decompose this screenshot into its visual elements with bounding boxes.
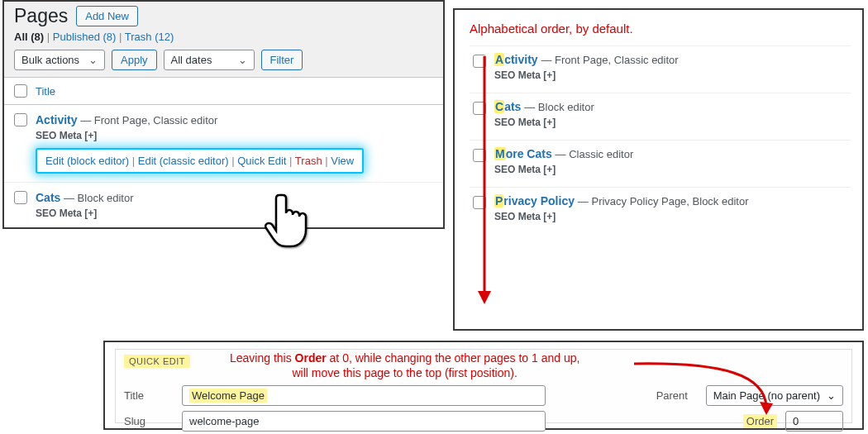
list-item: Privacy Policy — Privacy Policy Page, Bl… xyxy=(470,187,851,234)
pages-list-panel: Pages Add New All (8) | Published (8) | … xyxy=(2,0,445,229)
edit-block-link[interactable]: Edit (block editor) xyxy=(45,155,129,167)
select-all-checkbox[interactable] xyxy=(14,84,27,98)
parent-label: Parent xyxy=(656,389,698,402)
seo-meta-toggle[interactable]: SEO Meta [+] xyxy=(36,207,433,219)
list-item: Activity — Front Page, Classic editor SE… xyxy=(470,45,851,93)
order-input[interactable]: 0 xyxy=(785,411,843,432)
dates-select[interactable]: All dates ⌄ xyxy=(164,50,255,70)
column-title[interactable]: Title xyxy=(36,85,55,98)
row-title-link[interactable]: Activity xyxy=(494,53,541,66)
row-checkbox[interactable] xyxy=(473,196,486,209)
add-new-button[interactable]: Add New xyxy=(76,6,138,26)
row-checkbox[interactable] xyxy=(473,102,486,115)
page-title: Pages xyxy=(14,5,68,27)
title-input[interactable]: Welcome Page xyxy=(182,385,546,406)
title-label: Title xyxy=(124,389,174,402)
edit-classic-link[interactable]: Edit (classic editor) xyxy=(138,155,229,167)
row-title-link[interactable]: Privacy Policy xyxy=(494,194,578,207)
filter-button[interactable]: Filter xyxy=(261,50,303,70)
row-checkbox[interactable] xyxy=(14,113,27,126)
row-title-link[interactable]: Activity xyxy=(36,113,78,126)
table-row: Cats — Block editor SEO Meta [+] xyxy=(4,183,443,227)
row-state: — Block editor xyxy=(64,192,134,204)
bulk-actions-select[interactable]: Bulk actions ⌄ xyxy=(14,50,105,70)
quick-edit-panel: QUICK EDIT Leaving this Order at 0, whil… xyxy=(103,341,864,430)
filter-published[interactable]: Published (8) xyxy=(53,31,119,43)
annotation-order: Leaving this Order at 0, while changing … xyxy=(230,351,579,380)
apply-button[interactable]: Apply xyxy=(112,50,157,70)
row-actions: Edit (block editor) | Edit (classic edit… xyxy=(36,148,364,174)
filter-all[interactable]: All (8) xyxy=(14,31,47,43)
slug-label: Slug xyxy=(124,415,174,427)
slug-input[interactable]: welcome-page xyxy=(182,411,546,432)
svg-marker-1 xyxy=(478,291,491,304)
row-title-link[interactable]: Cats xyxy=(36,191,60,204)
seo-meta-toggle[interactable]: SEO Meta [+] xyxy=(494,211,749,222)
seo-meta-toggle[interactable]: SEO Meta [+] xyxy=(494,164,633,175)
annotation-alpha-order: Alphabetical order, by default. xyxy=(466,18,851,41)
chevron-down-icon: ⌄ xyxy=(88,54,98,66)
list-item: More Cats — Classic editor SEO Meta [+] xyxy=(470,140,851,187)
parent-select[interactable]: Main Page (no parent) ⌄ xyxy=(706,385,843,406)
pages-order-panel: Alphabetical order, by default. Activity… xyxy=(453,8,864,331)
quick-edit-link[interactable]: Quick Edit xyxy=(237,155,286,167)
chevron-down-icon: ⌄ xyxy=(827,389,836,402)
row-title-link[interactable]: Cats xyxy=(494,100,524,113)
row-checkbox[interactable] xyxy=(14,191,27,204)
order-label: Order xyxy=(743,414,777,428)
seo-meta-toggle[interactable]: SEO Meta [+] xyxy=(494,117,594,128)
row-title-link[interactable]: More Cats xyxy=(494,147,556,160)
list-item: Cats — Block editor SEO Meta [+] xyxy=(470,93,851,140)
chevron-down-icon: ⌄ xyxy=(238,54,247,66)
seo-meta-toggle[interactable]: SEO Meta [+] xyxy=(494,69,679,81)
row-checkbox[interactable] xyxy=(473,55,486,68)
seo-meta-toggle[interactable]: SEO Meta [+] xyxy=(36,130,433,141)
row-checkbox[interactable] xyxy=(473,149,486,162)
filter-trash[interactable]: Trash (12) xyxy=(125,31,174,43)
view-link[interactable]: View xyxy=(331,155,354,167)
trash-link[interactable]: Trash xyxy=(295,155,322,167)
pages-table: Title Activity — Front Page, Classic edi… xyxy=(4,77,443,227)
table-row: Activity — Front Page, Classic editor SE… xyxy=(4,105,443,183)
quick-edit-badge: QUICK EDIT xyxy=(124,355,190,368)
status-filters: All (8) | Published (8) | Trash (12) xyxy=(4,29,443,50)
row-state: — Front Page, Classic editor xyxy=(80,114,217,126)
